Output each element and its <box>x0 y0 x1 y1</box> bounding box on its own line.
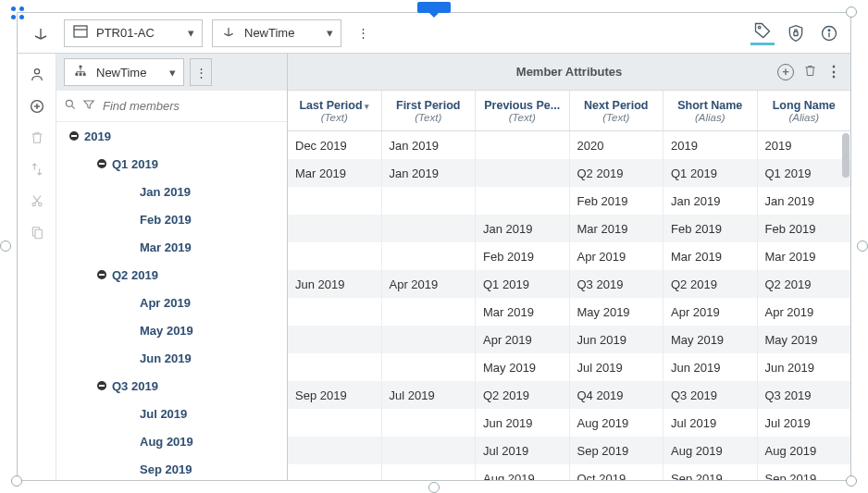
grid-cell[interactable]: Jul 2019 <box>663 409 758 437</box>
tree-row[interactable]: Q1 2019 <box>56 150 287 178</box>
grid-row[interactable]: Sep 2019Jul 2019Q2 2019Q4 2019Q3 2019Q3 … <box>288 381 850 409</box>
grid-cell[interactable]: Q4 2019 <box>570 381 664 409</box>
tree-row[interactable]: Jan 2019 <box>56 178 287 205</box>
grid-row[interactable]: May 2019Jul 2019Jun 2019Jun 2019 <box>288 353 850 381</box>
grid-cell[interactable]: Jan 2019 <box>663 187 758 215</box>
cut-button[interactable] <box>18 185 56 216</box>
collapse-icon[interactable] <box>68 129 81 142</box>
collapse-icon[interactable] <box>95 268 108 281</box>
grid-cell[interactable] <box>382 353 477 381</box>
grid-cell[interactable]: Aug 2019 <box>570 409 664 437</box>
collapse-icon[interactable] <box>95 379 108 392</box>
grid-cell[interactable]: Jan 2019 <box>758 187 851 215</box>
grid-cell[interactable]: Aug 2019 <box>476 464 570 481</box>
lock-shield-button[interactable] <box>784 21 808 45</box>
tree-row[interactable]: Q2 2019 <box>56 261 287 289</box>
grid-cell[interactable]: Feb 2019 <box>476 242 570 270</box>
grid-cell[interactable] <box>382 215 477 242</box>
grid-cell[interactable] <box>382 437 477 464</box>
tree-row[interactable]: Q3 2019 <box>56 372 287 400</box>
grid-cell[interactable] <box>382 298 477 326</box>
column-header[interactable]: Short Name(Alias) <box>663 91 758 130</box>
grid-cell[interactable]: Sep 2019 <box>663 464 758 481</box>
grid-cell[interactable]: Feb 2019 <box>663 215 758 242</box>
grid-cell[interactable]: May 2019 <box>570 298 664 326</box>
grid-cell[interactable] <box>288 242 382 270</box>
grid-cell[interactable]: Apr 2019 <box>476 326 570 353</box>
grid-cell[interactable]: May 2019 <box>663 326 758 353</box>
tag-button[interactable] <box>750 21 775 45</box>
delete-attribute-button[interactable] <box>803 64 817 80</box>
grid-cell[interactable]: Jul 2019 <box>570 353 664 381</box>
grid-cell[interactable]: May 2019 <box>476 353 570 381</box>
add-attribute-button[interactable]: + <box>777 64 794 80</box>
grid-cell[interactable] <box>288 298 382 326</box>
search-input[interactable] <box>101 98 279 114</box>
grid-cell[interactable]: Q2 2019 <box>570 159 664 187</box>
grid-cell[interactable] <box>382 187 477 215</box>
grid-row[interactable]: Feb 2019Jan 2019Jan 2019 <box>288 187 850 215</box>
tree-dimension-dropdown[interactable]: NewTime ▾ <box>64 58 184 86</box>
member-tree[interactable]: 2019Q1 2019Jan 2019Feb 2019Mar 2019Q2 20… <box>56 122 287 481</box>
grid-cell[interactable]: Apr 2019 <box>382 270 477 298</box>
grid-cell[interactable]: Q2 2019 <box>758 270 851 298</box>
single-select-button[interactable] <box>18 59 56 91</box>
tree-more-button[interactable]: ⋮ <box>190 58 212 86</box>
resize-handle-top-right[interactable] <box>846 6 857 18</box>
column-header[interactable]: Next Period(Text) <box>570 91 664 130</box>
grid-cell[interactable]: Q2 2019 <box>476 381 570 409</box>
grid-row[interactable]: Jul 2019Sep 2019Aug 2019Aug 2019 <box>288 437 850 464</box>
tree-row[interactable]: May 2019 <box>56 316 287 344</box>
attributes-grid[interactable]: Dec 2019Jan 2019202020192019Mar 2019Jan … <box>288 131 850 481</box>
grid-cell[interactable] <box>476 187 570 215</box>
column-header[interactable]: Previous Pe...(Text) <box>476 91 570 130</box>
grid-row[interactable]: Jun 2019Apr 2019Q1 2019Q3 2019Q2 2019Q2 … <box>288 270 850 298</box>
grid-cell[interactable]: Q1 2019 <box>758 159 851 187</box>
tree-row[interactable]: Jun 2019 <box>56 344 287 372</box>
grid-cell[interactable]: Aug 2019 <box>758 437 851 464</box>
grid-cell[interactable]: Aug 2019 <box>663 437 758 464</box>
grid-cell[interactable]: Q1 2019 <box>663 159 758 187</box>
grid-cell[interactable]: Jan 2019 <box>382 159 477 187</box>
dimension-dropdown[interactable]: NewTime ▾ <box>212 19 341 47</box>
grid-cell[interactable]: Q3 2019 <box>570 270 664 298</box>
grid-cell[interactable]: Jul 2019 <box>758 409 851 437</box>
resize-handle-bottom-left[interactable] <box>11 475 22 487</box>
grid-cell[interactable]: Q3 2019 <box>663 381 758 409</box>
grid-cell[interactable] <box>288 215 382 242</box>
grid-cell[interactable]: Jul 2019 <box>382 381 477 409</box>
grid-cell[interactable]: Sep 2019 <box>758 464 851 481</box>
info-button[interactable] <box>817 21 841 45</box>
grid-row[interactable]: Mar 2019May 2019Apr 2019Apr 2019 <box>288 298 850 326</box>
grid-row[interactable]: Dec 2019Jan 2019202020192019 <box>288 131 850 159</box>
grid-cell[interactable]: Jun 2019 <box>758 353 851 381</box>
grid-cell[interactable]: Mar 2019 <box>570 215 664 242</box>
filter-icon[interactable] <box>82 98 95 114</box>
grid-cell[interactable]: Feb 2019 <box>758 215 851 242</box>
grid-cell[interactable]: 2019 <box>663 131 758 159</box>
grid-cell[interactable] <box>382 464 477 481</box>
more-options-button[interactable]: ⋮ <box>351 20 375 46</box>
grid-cell[interactable] <box>288 409 382 437</box>
resize-handle-bottom-right[interactable] <box>846 475 857 487</box>
grid-cell[interactable] <box>288 437 382 464</box>
grid-cell[interactable]: Jan 2019 <box>382 131 477 159</box>
attributes-more-button[interactable]: ⋮ <box>826 63 841 80</box>
resize-handle-right[interactable] <box>857 240 868 252</box>
column-header[interactable]: Long Name(Alias) <box>758 91 851 130</box>
grid-row[interactable]: Mar 2019Jan 2019Q2 2019Q1 2019Q1 2019 <box>288 159 850 187</box>
grid-cell[interactable]: Mar 2019 <box>288 159 382 187</box>
grid-cell[interactable] <box>382 409 477 437</box>
grid-cell[interactable]: Apr 2019 <box>663 298 758 326</box>
grid-cell[interactable]: Jun 2019 <box>288 270 382 298</box>
move-member-button[interactable] <box>18 154 56 185</box>
grid-cell[interactable]: Jul 2019 <box>476 437 570 464</box>
grid-cell[interactable]: Sep 2019 <box>288 381 382 409</box>
grid-vertical-scrollbar[interactable] <box>839 131 850 481</box>
grid-cell[interactable] <box>382 326 477 353</box>
tree-row[interactable]: Mar 2019 <box>56 233 287 261</box>
resize-handle-left[interactable] <box>0 240 11 252</box>
grid-cell[interactable] <box>476 159 570 187</box>
grid-cell[interactable]: Jan 2019 <box>476 215 570 242</box>
tree-row[interactable]: Aug 2019 <box>56 427 287 455</box>
